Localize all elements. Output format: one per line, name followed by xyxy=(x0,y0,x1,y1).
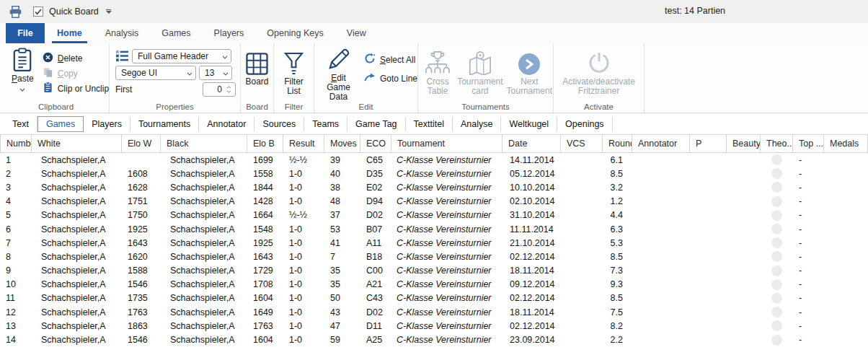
table-row[interactable]: 11Schachspieler,A1735Schachspieler,A1604… xyxy=(0,292,868,305)
table-row[interactable]: 8Schachspieler,A1620Schachspieler,A16431… xyxy=(0,250,868,263)
next-tournament-icon xyxy=(518,53,540,75)
board-button[interactable]: Board xyxy=(241,48,273,87)
paste-button[interactable]: Paste xyxy=(12,48,34,101)
list-tab-game-tag[interactable]: Game Tag xyxy=(347,117,405,131)
list-tab-annotator[interactable]: Annotator xyxy=(199,117,254,131)
table-row[interactable]: 4Schachspieler,A1751Schachspieler,A14281… xyxy=(0,195,868,209)
cell-date: 31.10.2014 xyxy=(502,210,561,220)
cell-black: Schachspieler,A xyxy=(161,252,247,262)
column-header-vcs[interactable]: VCS xyxy=(561,135,603,152)
list-tab-texttitel[interactable]: Texttitel xyxy=(406,117,453,131)
cell-date: 02.12.2014 xyxy=(502,293,561,303)
list-tab-players[interactable]: Players xyxy=(84,117,130,131)
quick-board-checkbox[interactable] xyxy=(33,6,43,17)
toolbar-dropdown-icon[interactable] xyxy=(106,9,112,14)
group-properties: Full Game Header Segoe UI 13 First 0 xyxy=(110,43,241,113)
select-all-button[interactable]: Select All xyxy=(364,52,417,67)
cell-theo xyxy=(761,154,793,165)
column-header-black[interactable]: Black xyxy=(161,135,247,152)
edit-game-data-button[interactable]: Edit Game Data xyxy=(319,48,358,101)
list-tab-weltkugel[interactable]: Weltkugel xyxy=(501,117,557,131)
cell-elo_w: 1750 xyxy=(122,210,161,220)
list-tab-teams[interactable]: Teams xyxy=(304,117,347,131)
database-status: test: 14 Partien xyxy=(665,6,725,16)
list-tab-sources[interactable]: Sources xyxy=(254,117,304,131)
table-row[interactable]: 10Schachspieler,A1546Schachspieler,A1708… xyxy=(0,278,868,292)
activate-fritztrainer-button[interactable]: Activate/deactivate Fritztrainer xyxy=(554,48,644,96)
paste-dropdown-icon[interactable] xyxy=(19,84,25,94)
column-header-result[interactable]: Result xyxy=(283,135,324,152)
table-row[interactable]: 14Schachspieler,A1546Schachspieler,A1604… xyxy=(0,333,868,346)
table-row[interactable]: 5Schachspieler,A1750Schachspieler,A1664½… xyxy=(0,209,868,222)
next-tournament-button[interactable]: Next Tournament xyxy=(506,48,553,101)
copy-button[interactable]: Copy xyxy=(43,66,109,81)
cell-theo xyxy=(761,307,793,317)
column-header-elo_w[interactable]: Elo W xyxy=(122,135,161,152)
column-header-eco[interactable]: ECO xyxy=(360,135,391,152)
games-table-body: 1Schachspieler,ASchachspieler,A1699½-½39… xyxy=(0,153,868,347)
ribbon-tab-bar: File HomeAnalysisGamesPlayersOpening Key… xyxy=(0,23,868,43)
clip-or-unclip-button[interactable]: Clip or Unclip xyxy=(43,81,109,96)
table-row[interactable]: 12Schachspieler,A1763Schachspieler,A1649… xyxy=(0,305,868,319)
list-tab-analyse[interactable]: Analyse xyxy=(453,117,501,131)
column-header-white[interactable]: White xyxy=(32,135,122,152)
font-name-combo[interactable]: Segoe UI xyxy=(115,66,196,80)
cell-black: Schachspieler,A xyxy=(161,155,247,165)
column-header-p[interactable]: P xyxy=(690,135,727,152)
table-row[interactable]: 2Schachspieler,A1608Schachspieler,A15581… xyxy=(0,167,868,180)
cell-black: Schachspieler,A xyxy=(161,224,247,235)
column-header-date[interactable]: Date xyxy=(502,135,561,152)
cell-round: 2.2 xyxy=(603,335,632,345)
spinner-arrows-icon[interactable] xyxy=(225,86,235,93)
first-spinner[interactable]: 0 xyxy=(203,82,236,97)
list-tab-openings[interactable]: Openings xyxy=(557,117,613,131)
table-row[interactable]: 3Schachspieler,A1628Schachspieler,A18441… xyxy=(0,180,868,194)
column-header-top[interactable]: Top ... xyxy=(793,135,824,152)
ribbon-tab-view[interactable]: View xyxy=(336,23,377,43)
cell-result: 1-0 xyxy=(283,307,324,317)
cell-date: 02.12.2014 xyxy=(502,252,561,262)
list-tab-tournaments[interactable]: Tournaments xyxy=(130,117,199,131)
cross-table-icon xyxy=(424,48,451,75)
list-tab-text[interactable]: Text xyxy=(4,117,37,131)
list-tab-games[interactable]: Games xyxy=(37,116,84,132)
ribbon-tab-players[interactable]: Players xyxy=(203,23,255,43)
column-header-tournament[interactable]: Tournament xyxy=(391,135,502,152)
column-header-annotator[interactable]: Annotator xyxy=(632,135,690,152)
table-row[interactable]: 9Schachspieler,A1588Schachspieler,A17291… xyxy=(0,264,868,278)
ribbon-tab-home[interactable]: Home xyxy=(46,23,93,43)
column-header-theo[interactable]: Theo... xyxy=(761,135,793,152)
cell-round: 1.2 xyxy=(603,196,632,206)
table-row[interactable]: 7Schachspieler,A1643Schachspieler,A19251… xyxy=(0,236,868,250)
goto-line-button[interactable]: Goto Line xyxy=(364,71,417,86)
ribbon-tab-games[interactable]: Games xyxy=(151,23,201,43)
column-header-beauty[interactable]: Beauty xyxy=(727,135,761,152)
column-header-elo_b[interactable]: Elo B xyxy=(247,135,283,152)
cell-white: Schachspieler,A xyxy=(32,210,122,220)
cell-elo_w: 1588 xyxy=(122,266,161,276)
filter-list-button[interactable]: Filter List xyxy=(274,48,314,96)
ribbon-tab-analysis[interactable]: Analysis xyxy=(94,23,150,43)
print-icon[interactable] xyxy=(7,4,23,19)
font-size-combo[interactable]: 13 xyxy=(199,66,232,80)
table-row[interactable]: 1Schachspieler,ASchachspieler,A1699½-½39… xyxy=(0,153,868,167)
game-header-combo[interactable]: Full Game Header xyxy=(132,49,231,63)
cell-round: 9.3 xyxy=(603,279,632,289)
delete-button[interactable]: Delete xyxy=(43,51,109,66)
column-header-moves[interactable]: Moves xyxy=(324,135,360,152)
table-row[interactable]: 6Schachspieler,A1925Schachspieler,A15481… xyxy=(0,222,868,236)
column-header-medals[interactable]: Medals xyxy=(824,135,868,152)
tab-file[interactable]: File xyxy=(6,23,45,43)
cell-black: Schachspieler,A xyxy=(161,335,247,345)
table-row[interactable]: 13Schachspieler,A1863Schachspieler,A1763… xyxy=(0,319,868,333)
group-board: Board Board xyxy=(241,43,274,113)
cell-round: 7.5 xyxy=(603,307,632,317)
column-header-round[interactable]: Round xyxy=(603,135,632,152)
column-header-number[interactable]: Number xyxy=(0,135,32,152)
cell-tournament: C-Klasse Vereinsturnier xyxy=(391,266,502,276)
edit-pencil-icon xyxy=(327,48,350,71)
ribbon-tab-opening-keys[interactable]: Opening Keys xyxy=(256,23,335,43)
cross-table-button[interactable]: Cross Table xyxy=(421,48,454,101)
cell-elo_w: 1628 xyxy=(122,183,161,193)
tournament-card-button[interactable]: Tournament card xyxy=(457,48,502,101)
